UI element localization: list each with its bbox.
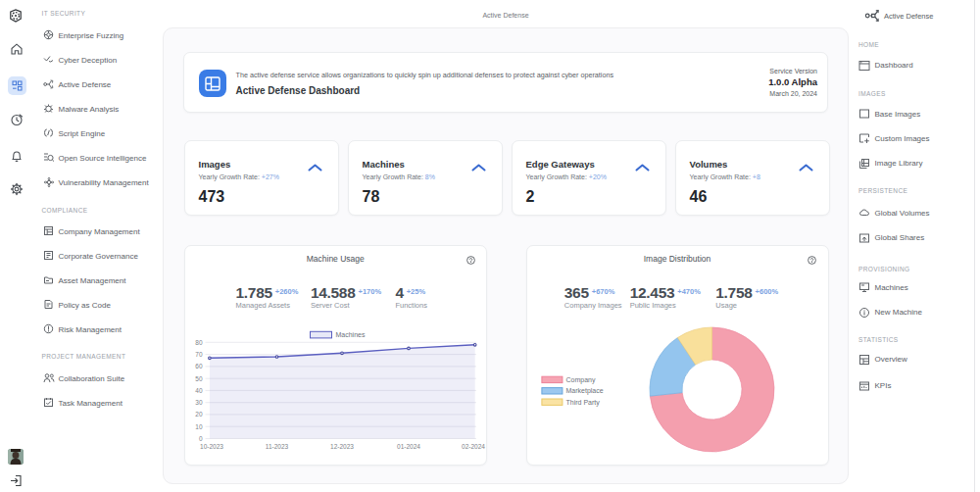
svg-text:60: 60 (195, 363, 203, 369)
svg-text:01-2024: 01-2024 (397, 443, 420, 450)
svg-text:50: 50 (195, 375, 203, 382)
svg-text:02-2024: 02-2024 (462, 443, 485, 450)
svg-text:70: 70 (195, 351, 203, 358)
svg-text:Marketplace: Marketplace (565, 387, 603, 395)
svg-text:11-2023: 11-2023 (265, 443, 288, 450)
svg-text:20: 20 (195, 411, 203, 418)
svg-text:12-2023: 12-2023 (330, 443, 354, 450)
svg-text:10: 10 (195, 423, 203, 430)
svg-text:Machines: Machines (335, 331, 365, 338)
svg-text:Company: Company (565, 376, 595, 384)
svg-text:30: 30 (195, 399, 203, 406)
svg-text:0: 0 (198, 435, 202, 442)
svg-text:80: 80 (195, 339, 203, 346)
svg-text:10-2023: 10-2023 (200, 443, 223, 450)
svg-text:40: 40 (195, 387, 203, 394)
svg-text:Third Party: Third Party (565, 399, 600, 407)
